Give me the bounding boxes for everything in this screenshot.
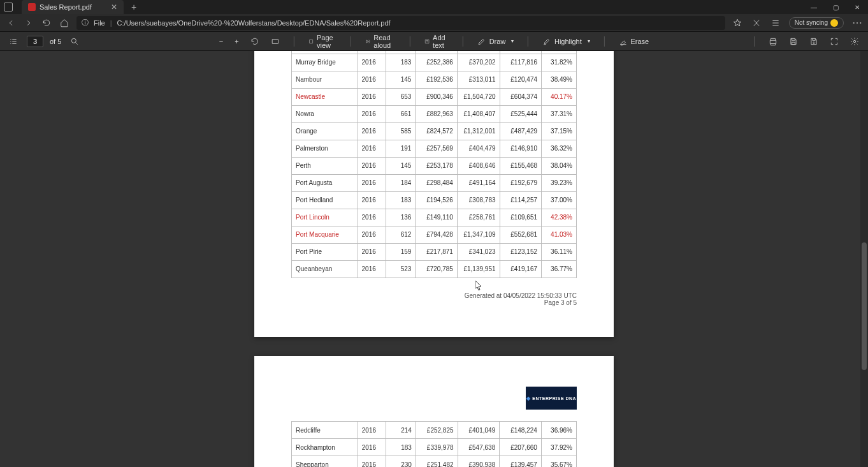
save-as-button[interactable]: [807, 35, 821, 48]
cell-city: Murray Bridge: [292, 54, 358, 71]
url-input[interactable]: ⓘ File | C:/Users/suebayes/OneDrive%20-%…: [76, 16, 725, 30]
cell-qty: 653: [386, 88, 415, 105]
cell-qty: 523: [386, 260, 415, 278]
table-row: Redcliffe2016214£252,825£401,049£148,224…: [292, 422, 577, 439]
vertical-scrollbar[interactable]: [860, 51, 868, 467]
home-button[interactable]: [59, 17, 70, 29]
close-window-button[interactable]: ✕: [846, 0, 868, 14]
cell-amount1: £824,572: [416, 122, 458, 140]
svg-rect-1: [272, 39, 278, 43]
cell-year: 2016: [358, 422, 386, 439]
cell-city: Nambour: [292, 71, 358, 88]
cell-amount2: £1,139,951: [457, 260, 500, 278]
favorites-icon[interactable]: [732, 17, 743, 29]
cell-amount2: £491,164: [457, 174, 500, 191]
cell-year: 2016: [358, 439, 386, 456]
cell-amount2: £308,783: [457, 191, 500, 209]
zoom-in-button[interactable]: +: [232, 36, 241, 47]
cell-amount2: £313,011: [457, 71, 500, 88]
pdf-favicon: [28, 3, 36, 11]
zoom-out-button[interactable]: −: [217, 36, 226, 47]
cell-city: Rockhampton: [292, 439, 358, 456]
table-row: Nowra2016661£882,963£1,408,407£525,44437…: [292, 105, 577, 122]
table-row: Shepparton2016230£251,482£390,938£139,45…: [292, 456, 577, 468]
cell-qty: 159: [386, 243, 415, 260]
read-aloud-button[interactable]: Read aloud: [363, 32, 398, 51]
sync-button[interactable]: Not syncing: [789, 17, 844, 29]
highlight-button[interactable]: Highlight▾: [540, 35, 593, 48]
add-text-button[interactable]: Add text: [421, 32, 451, 51]
cell-qty: 230: [386, 456, 416, 468]
menu-button[interactable]: ⋯: [851, 17, 863, 29]
cell-qty: 183: [386, 439, 416, 456]
refresh-button[interactable]: [41, 17, 52, 29]
cell-amount3: £525,444: [500, 105, 542, 122]
url-scheme: File: [94, 19, 105, 27]
cell-qty: 214: [386, 422, 416, 439]
fullscreen-button[interactable]: [827, 35, 841, 48]
cell-amount1: £257,569: [416, 140, 458, 157]
cell-amount1: £253,178: [416, 157, 458, 174]
cell-city: Port Lincoln: [292, 209, 358, 226]
cell-qty: 191: [386, 140, 415, 157]
browser-tab[interactable]: Sales Report.pdf ✕: [22, 0, 124, 14]
maximize-button[interactable]: ▢: [825, 0, 846, 14]
erase-button[interactable]: Erase: [616, 35, 651, 48]
cell-amount2: £370,202: [457, 54, 500, 71]
cell-city: Queanbeyan: [292, 260, 358, 278]
find-button[interactable]: [68, 35, 82, 48]
cell-amount2: £1,504,720: [457, 88, 500, 105]
cell-city: Shepparton: [292, 456, 358, 468]
collections-icon[interactable]: [770, 17, 781, 29]
svg-point-4: [853, 40, 856, 43]
cell-pct: 36.77%: [542, 260, 577, 278]
tab-actions-icon[interactable]: [4, 3, 13, 11]
cell-city: Port Hedland: [292, 191, 358, 209]
cell-amount3: £604,374: [500, 88, 542, 105]
cell-amount3: £207,660: [500, 439, 542, 456]
cell-qty: 184: [386, 174, 415, 191]
cell-pct: 37.92%: [541, 439, 576, 456]
print-button[interactable]: [766, 35, 780, 48]
cell-year: 2016: [358, 88, 386, 105]
cell-qty: 183: [386, 54, 415, 71]
table-row: Nambour2016145£192,536£313,011£120,47438…: [292, 71, 577, 88]
minimize-button[interactable]: —: [803, 0, 825, 14]
forward-button[interactable]: [23, 17, 34, 29]
save-button[interactable]: [786, 35, 800, 48]
settings-button[interactable]: [848, 35, 862, 48]
cell-amount3: £120,474: [500, 71, 542, 88]
sync-label: Not syncing: [795, 19, 828, 26]
cell-pct: 36.96%: [541, 422, 576, 439]
page-view-button[interactable]: Page view: [305, 32, 339, 51]
cell-year: 2016: [358, 209, 386, 226]
read-mode-icon[interactable]: [751, 17, 762, 29]
cell-amount1: £251,482: [416, 456, 458, 468]
cell-amount3: £117,816: [500, 54, 542, 71]
cell-amount2: £547,638: [458, 439, 500, 456]
draw-button[interactable]: Draw▾: [475, 35, 517, 48]
page-number-input[interactable]: [27, 36, 43, 47]
rotate-button[interactable]: [248, 35, 262, 48]
pdf-viewer[interactable]: Mount Isa2016392Murray Bridge2016183£252…: [0, 51, 868, 467]
table-row: Newcastle2016653£900,346£1,504,720£604,3…: [292, 88, 577, 105]
cell-year: 2016: [358, 191, 386, 209]
new-tab-button[interactable]: +: [127, 2, 140, 12]
scrollbar-thumb[interactable]: [862, 242, 867, 370]
table-row: Port Hedland2016183£194,526£308,783£114,…: [292, 191, 577, 209]
tab-close-button[interactable]: ✕: [111, 3, 117, 11]
fit-page-button[interactable]: [268, 35, 282, 48]
cell-pct: 31.82%: [542, 54, 577, 71]
sales-table: Mount Isa2016392Murray Bridge2016183£252…: [291, 51, 577, 278]
url-text: C:/Users/suebayes/OneDrive%20-%20Wolfers…: [117, 19, 391, 27]
cell-amount2: £1,347,109: [457, 226, 500, 243]
pdf-page-3: Mount Isa2016392Murray Bridge2016183£252…: [254, 51, 614, 337]
cell-city: Orange: [292, 122, 358, 140]
back-button[interactable]: [5, 17, 17, 29]
cell-amount2: £258,761: [457, 209, 500, 226]
cell-pct: 42.38%: [542, 209, 577, 226]
cell-amount3: £192,679: [500, 174, 542, 191]
contents-button[interactable]: [6, 35, 20, 48]
cell-amount1: £794,428: [416, 226, 458, 243]
svg-point-0: [72, 38, 76, 43]
